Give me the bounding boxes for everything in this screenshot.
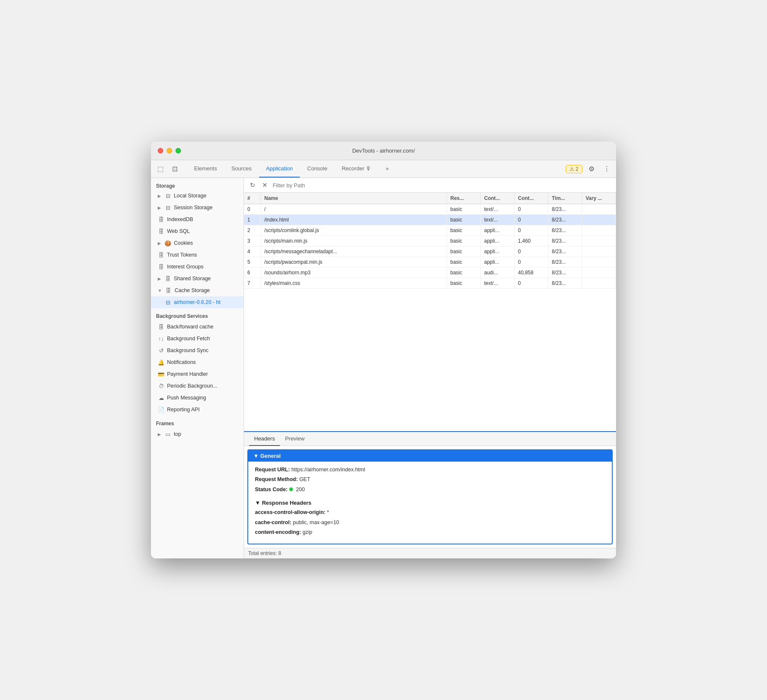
cell-cont2: 0 xyxy=(515,204,548,214)
local-storage-icon: ⊟ xyxy=(164,193,171,199)
tab-console[interactable]: Console xyxy=(301,160,334,178)
table-row[interactable]: 0 / basic text/... 0 8/23... xyxy=(244,204,616,215)
cell-res: basic xyxy=(447,236,481,246)
sidebar-item-label: Reporting API xyxy=(167,407,200,413)
close-button[interactable] xyxy=(158,148,163,153)
sidebar-item-push-messaging[interactable]: ☁ Push Messaging xyxy=(151,392,244,404)
cell-vary xyxy=(582,278,616,288)
cursor-icon[interactable]: ⬚ xyxy=(154,163,166,175)
sidebar-item-payment-handler[interactable]: 💳 Payment Handler xyxy=(151,368,244,380)
sidebar-item-notifications[interactable]: 🔔 Notifications xyxy=(151,356,244,368)
sidebar-item-label: Push Messaging xyxy=(167,395,206,401)
request-url-label: Request URL: xyxy=(255,467,290,473)
sidebar-item-label: top xyxy=(174,431,181,437)
bg-services-header: Background Services xyxy=(151,308,244,321)
sidebar-item-session-storage[interactable]: ▶ ⊟ Session Storage xyxy=(151,202,244,213)
status-code-label: Status Code: xyxy=(255,487,288,492)
sidebar-item-label: Interest Groups xyxy=(167,264,203,270)
more-options-icon[interactable]: ⋮ xyxy=(601,163,613,175)
cell-cont2: 0 xyxy=(515,225,548,235)
cell-vary xyxy=(582,268,616,278)
cell-cont1: text/... xyxy=(481,215,515,225)
tab-more[interactable]: » xyxy=(379,160,395,178)
cell-res: basic xyxy=(447,204,481,214)
sidebar-item-trust-tokens[interactable]: 🗄 Trust Tokens xyxy=(151,249,244,261)
web-sql-icon: 🗄 xyxy=(158,228,164,235)
devtools-window: DevTools - airhorner.com/ ⬚ ⊡ Elements S… xyxy=(151,142,616,558)
traffic-lights xyxy=(158,148,181,153)
cell-num: 6 xyxy=(244,268,261,278)
back-forward-icon: 🗄 xyxy=(158,324,164,330)
sidebar-item-periodic-background[interactable]: ⏱ Periodic Backgroun... xyxy=(151,380,244,392)
device-icon[interactable]: ⊡ xyxy=(169,163,181,175)
panel-tab-headers[interactable]: Headers xyxy=(249,432,280,446)
sidebar-item-airhorner[interactable]: ⊟ airhorner-0.6.20 - ht xyxy=(151,296,244,308)
col-name: Name xyxy=(261,193,447,204)
cell-res: basic xyxy=(447,215,481,225)
sidebar-item-top-frame[interactable]: ▶ ▭ top xyxy=(151,428,244,440)
tab-elements[interactable]: Elements xyxy=(187,160,224,178)
tab-application[interactable]: Application xyxy=(259,160,300,178)
session-storage-icon: ⊟ xyxy=(164,205,171,211)
warning-badge[interactable]: ⚠ 2 xyxy=(566,165,582,173)
col-cont1: Cont... xyxy=(481,193,515,204)
sidebar-item-label: Payment Handler xyxy=(167,371,208,377)
settings-icon[interactable]: ⚙ xyxy=(586,163,597,175)
sidebar-item-cache-storage[interactable]: ▼ 🗄 Cache Storage xyxy=(151,284,244,296)
header-key-2: content-encoding: xyxy=(255,529,301,535)
sidebar-item-shared-storage[interactable]: ▶ 🗄 Shared Storage xyxy=(151,273,244,284)
sidebar-item-web-sql[interactable]: 🗄 Web SQL xyxy=(151,225,244,237)
push-messaging-icon: ☁ xyxy=(158,395,164,401)
request-url-value: https://airhorner.com/index.html xyxy=(291,467,365,473)
col-vary: Vary ... xyxy=(582,193,616,204)
sidebar-item-background-fetch[interactable]: ↑↓ Background Fetch xyxy=(151,333,244,345)
sidebar-item-background-sync[interactable]: ↺ Background Sync xyxy=(151,345,244,356)
indexeddb-icon: 🗄 xyxy=(158,216,164,223)
minimize-button[interactable] xyxy=(167,148,172,153)
window-title: DevTools - airhorner.com/ xyxy=(352,148,415,154)
cell-cont2: 0 xyxy=(515,278,548,288)
filter-input[interactable] xyxy=(273,182,612,189)
panel-tab-preview[interactable]: Preview xyxy=(280,432,310,446)
header-key-1: cache-control: xyxy=(255,520,291,525)
sidebar-item-indexeddb[interactable]: 🗄 IndexedDB xyxy=(151,213,244,225)
shared-storage-icon: 🗄 xyxy=(164,276,171,282)
col-num: # xyxy=(244,193,261,204)
table-row[interactable]: 5 /scripts/pwacompat.min.js basic appli.… xyxy=(244,257,616,268)
cell-time: 8/23... xyxy=(548,268,582,278)
request-method-value: GET xyxy=(299,476,310,482)
cell-time: 8/23... xyxy=(548,236,582,246)
header-val-2: gzip xyxy=(303,529,312,535)
col-time: Tim... xyxy=(548,193,582,204)
panel-content: ▼ General Request URL: https://airhorner… xyxy=(247,449,613,545)
table-row[interactable]: 3 /scripts/main.min.js basic appli... 1,… xyxy=(244,236,616,246)
sidebar-item-interest-groups[interactable]: 🗄 Interest Groups xyxy=(151,261,244,273)
sidebar-item-local-storage[interactable]: ▶ ⊟ Local Storage xyxy=(151,190,244,202)
response-headers-title[interactable]: ▼ Response Headers xyxy=(255,500,605,506)
tab-sources[interactable]: Sources xyxy=(225,160,258,178)
toolbar: ⬚ ⊡ Elements Sources Application Console… xyxy=(151,160,616,178)
status-code-value: 200 xyxy=(296,487,305,492)
sidebar-item-label: Background Sync xyxy=(167,347,208,353)
sidebar-item-reporting-api[interactable]: 📄 Reporting API xyxy=(151,404,244,416)
header-row-0: access-control-allow-origin: * xyxy=(255,509,605,517)
table-row[interactable]: 6 /sounds/airhorn.mp3 basic audi... 40,8… xyxy=(244,268,616,278)
clear-button[interactable]: ✕ xyxy=(260,180,269,190)
status-code-row: Status Code: 200 xyxy=(255,486,605,494)
sidebar-item-back-forward-cache[interactable]: 🗄 Back/forward cache xyxy=(151,321,244,333)
table-row[interactable]: 1 /index.html basic text/... 0 8/23... xyxy=(244,215,616,225)
sidebar-item-cookies[interactable]: ▶ 🍪 Cookies xyxy=(151,237,244,249)
table-row[interactable]: 4 /scripts/messagechanneladapt... basic … xyxy=(244,246,616,257)
cell-num: 3 xyxy=(244,236,261,246)
cell-cont1: appli... xyxy=(481,225,515,235)
table-row[interactable]: 2 /scripts/comlink.global.js basic appli… xyxy=(244,225,616,236)
refresh-button[interactable]: ↻ xyxy=(248,180,257,190)
sidebar-item-label: Background Fetch xyxy=(167,336,210,342)
maximize-button[interactable] xyxy=(175,148,181,153)
cell-time: 8/23... xyxy=(548,246,582,257)
general-section-header[interactable]: ▼ General xyxy=(248,450,612,462)
tab-recorder[interactable]: Recorder 🎙 xyxy=(335,160,378,178)
cell-vary xyxy=(582,215,616,225)
airhorner-icon: ⊟ xyxy=(164,299,171,306)
table-row[interactable]: 7 /styles/main.css basic text/... 0 8/23… xyxy=(244,278,616,289)
